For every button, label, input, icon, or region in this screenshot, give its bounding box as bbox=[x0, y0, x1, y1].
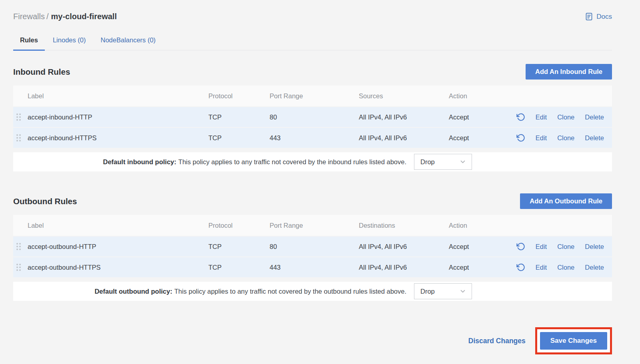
topbar: Firewalls/my-cloud-firewall Docs bbox=[13, 12, 612, 21]
table-row: accept-inbound-HTTP TCP 80 All IPv4, All… bbox=[13, 107, 612, 127]
outbound-rules-title: Outbound Rules bbox=[13, 197, 77, 206]
rule-port-range: 80 bbox=[270, 243, 359, 251]
policy-select-value: Drop bbox=[420, 158, 435, 166]
docs-link[interactable]: Docs bbox=[585, 12, 612, 21]
clone-link[interactable]: Clone bbox=[557, 134, 574, 142]
column-header-action: Action bbox=[449, 92, 513, 100]
docs-icon bbox=[585, 12, 593, 21]
rule-port-range: 443 bbox=[270, 134, 359, 142]
rule-protocol: TCP bbox=[208, 134, 270, 142]
tab-nodebalancers[interactable]: NodeBalancers (0) bbox=[94, 32, 163, 50]
rule-destinations: All IPv4, All IPv6 bbox=[359, 243, 449, 251]
drag-handle-icon[interactable] bbox=[16, 243, 21, 250]
rule-label: accept-outbound-HTTPS bbox=[28, 264, 208, 271]
rule-sources: All IPv4, All IPv6 bbox=[359, 113, 449, 121]
rule-port-range: 80 bbox=[270, 113, 359, 121]
delete-link[interactable]: Delete bbox=[585, 243, 604, 251]
policy-label: Default outbound policy: bbox=[94, 288, 172, 295]
policy-label: Default inbound policy: bbox=[103, 158, 176, 166]
tab-bar: Rules Linodes (0) NodeBalancers (0) bbox=[13, 32, 612, 50]
inbound-table-header: Label Protocol Port Range Sources Action bbox=[13, 86, 612, 106]
rule-protocol: TCP bbox=[208, 113, 270, 121]
rule-sources: All IPv4, All IPv6 bbox=[359, 134, 449, 142]
chevron-down-icon bbox=[459, 158, 466, 165]
default-inbound-policy-row: Default inbound policy: This policy appl… bbox=[13, 152, 612, 171]
add-inbound-rule-button[interactable]: Add An Inbound Rule bbox=[526, 64, 612, 80]
outbound-policy-select[interactable]: Drop bbox=[414, 283, 472, 299]
policy-description: This policy applies to any traffic not c… bbox=[174, 288, 406, 295]
breadcrumb-separator: / bbox=[46, 12, 49, 21]
add-outbound-rule-button[interactable]: Add An Outbound Rule bbox=[520, 193, 612, 209]
column-header-port-range: Port Range bbox=[270, 222, 359, 229]
column-header-label: Label bbox=[28, 222, 208, 229]
footer-actions: Discard Changes Save Changes bbox=[13, 327, 612, 354]
drag-handle-icon[interactable] bbox=[16, 113, 21, 121]
column-header-label: Label bbox=[28, 92, 208, 100]
save-changes-button[interactable]: Save Changes bbox=[540, 332, 607, 350]
policy-select-value: Drop bbox=[420, 288, 435, 295]
drag-handle-icon[interactable] bbox=[16, 264, 21, 271]
rule-label: accept-outbound-HTTP bbox=[28, 243, 208, 251]
delete-link[interactable]: Delete bbox=[585, 113, 604, 121]
column-header-port-range: Port Range bbox=[270, 92, 359, 100]
rule-protocol: TCP bbox=[208, 264, 270, 271]
rule-action: Accept bbox=[449, 264, 513, 271]
column-header-protocol: Protocol bbox=[208, 92, 270, 100]
outbound-rules-table: Label Protocol Port Range Destinations A… bbox=[13, 215, 612, 301]
delete-link[interactable]: Delete bbox=[585, 134, 604, 142]
breadcrumb: Firewalls/my-cloud-firewall bbox=[13, 12, 117, 21]
rule-protocol: TCP bbox=[208, 243, 270, 251]
rule-label: accept-inbound-HTTPS bbox=[28, 134, 208, 142]
undo-icon[interactable] bbox=[516, 113, 525, 121]
drag-handle-icon[interactable] bbox=[16, 134, 21, 141]
policy-description: This policy applies to any traffic not c… bbox=[178, 158, 406, 166]
undo-icon[interactable] bbox=[516, 263, 525, 272]
table-row: accept-outbound-HTTP TCP 80 All IPv4, Al… bbox=[13, 237, 612, 257]
rule-port-range: 443 bbox=[270, 264, 359, 271]
inbound-policy-select[interactable]: Drop bbox=[414, 154, 472, 170]
rule-action: Accept bbox=[449, 243, 513, 251]
outbound-rules-section: Outbound Rules Add An Outbound Rule Labe… bbox=[13, 193, 612, 301]
docs-label: Docs bbox=[596, 13, 612, 21]
table-row: accept-inbound-HTTPS TCP 443 All IPv4, A… bbox=[13, 128, 612, 148]
page-title: my-cloud-firewall bbox=[51, 12, 116, 21]
breadcrumb-firewalls-link[interactable]: Firewalls bbox=[13, 12, 45, 21]
chevron-down-icon bbox=[459, 288, 466, 295]
edit-link[interactable]: Edit bbox=[536, 113, 547, 121]
delete-link[interactable]: Delete bbox=[585, 264, 604, 271]
outbound-table-header: Label Protocol Port Range Destinations A… bbox=[13, 215, 612, 236]
inbound-rules-section: Inbound Rules Add An Inbound Rule Label … bbox=[13, 64, 612, 171]
tab-rules[interactable]: Rules bbox=[13, 32, 45, 50]
rule-action: Accept bbox=[449, 113, 513, 121]
inbound-rules-title: Inbound Rules bbox=[13, 67, 70, 77]
rule-label: accept-inbound-HTTP bbox=[28, 113, 208, 121]
clone-link[interactable]: Clone bbox=[557, 264, 574, 271]
undo-icon[interactable] bbox=[516, 242, 525, 251]
discard-changes-link[interactable]: Discard Changes bbox=[468, 337, 526, 345]
tab-linodes[interactable]: Linodes (0) bbox=[46, 32, 93, 50]
edit-link[interactable]: Edit bbox=[536, 243, 547, 251]
column-header-destinations: Destinations bbox=[359, 222, 449, 229]
rule-destinations: All IPv4, All IPv6 bbox=[359, 264, 449, 271]
clone-link[interactable]: Clone bbox=[557, 113, 574, 121]
rule-action: Accept bbox=[449, 134, 513, 142]
default-outbound-policy-row: Default outbound policy: This policy app… bbox=[13, 282, 612, 301]
clone-link[interactable]: Clone bbox=[557, 243, 574, 251]
table-row: accept-outbound-HTTPS TCP 443 All IPv4, … bbox=[13, 257, 612, 277]
annotation-highlight-box: Save Changes bbox=[535, 327, 612, 354]
column-header-protocol: Protocol bbox=[208, 222, 270, 229]
column-header-action: Action bbox=[449, 222, 513, 229]
edit-link[interactable]: Edit bbox=[536, 134, 547, 142]
inbound-rules-table: Label Protocol Port Range Sources Action… bbox=[13, 86, 612, 171]
firewall-rules-page: Firewalls/my-cloud-firewall Docs Rules L… bbox=[0, 0, 640, 354]
undo-icon[interactable] bbox=[516, 133, 525, 142]
edit-link[interactable]: Edit bbox=[536, 264, 547, 271]
column-header-sources: Sources bbox=[359, 92, 449, 100]
